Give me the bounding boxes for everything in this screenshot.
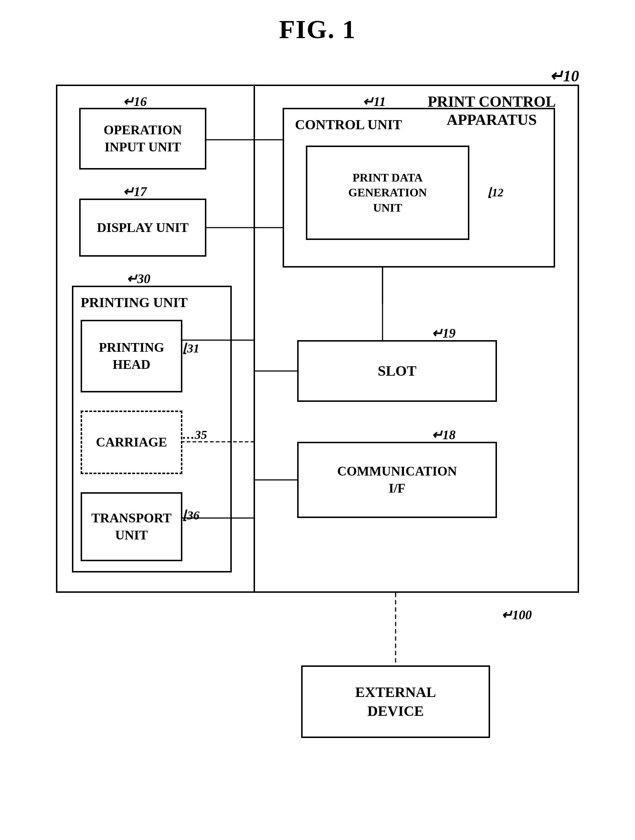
ref-17-label: ↵17 bbox=[123, 184, 147, 199]
printing-unit-label: PRINTING UNIT bbox=[81, 294, 188, 310]
ref-31-label: ⌊31 bbox=[182, 341, 200, 355]
display-unit-box: DISPLAY UNIT bbox=[79, 199, 206, 257]
figure-title: FIG. 1 bbox=[279, 14, 356, 45]
vertical-divider bbox=[253, 86, 255, 591]
ref-30-label: ↵30 bbox=[127, 271, 150, 286]
ref-100-label: ↵100 bbox=[501, 607, 532, 622]
printing-unit-outer-box: PRINTING UNIT ⌊31 PRINTING HEAD …35 CARR… bbox=[72, 286, 232, 572]
carriage-box: CARRIAGE bbox=[81, 411, 182, 474]
communication-if-box: COMMUNICATION I/F bbox=[297, 442, 497, 518]
external-device-section: ↵100 EXTERNAL DEVICE bbox=[56, 593, 579, 738]
ref-16-label: ↵16 bbox=[123, 94, 147, 109]
print-control-apparatus-box: PRINT CONTROL APPARATUS ↵16 OPERATION IN… bbox=[56, 85, 579, 593]
print-data-generation-box: PRINT DATA GENERATION UNIT bbox=[306, 145, 469, 240]
slot-box: SLOT bbox=[297, 340, 497, 402]
ref-18-label: ↵18 bbox=[432, 427, 456, 442]
transport-unit-box: TRANSPORT UNIT bbox=[81, 492, 182, 561]
ref-11-label: ↵11 bbox=[363, 94, 386, 109]
external-device-box: EXTERNAL DEVICE bbox=[301, 665, 490, 738]
ref-36-label: ⌊36 bbox=[182, 508, 200, 523]
operation-input-unit-box: OPERATION INPUT UNIT bbox=[79, 108, 206, 169]
control-unit-label: CONTROL UNIT bbox=[295, 117, 402, 133]
control-unit-outer-box: CONTROL UNIT ⌊12 PRINT DATA GENERATION U… bbox=[283, 108, 555, 268]
ref-35-label: …35 bbox=[182, 428, 207, 442]
printing-head-box: PRINTING HEAD bbox=[81, 320, 182, 392]
ref-12-label: ⌊12 bbox=[488, 185, 504, 199]
ref-19-label: ↵19 bbox=[432, 325, 456, 341]
ref-10-label: ↵10 bbox=[549, 66, 579, 85]
